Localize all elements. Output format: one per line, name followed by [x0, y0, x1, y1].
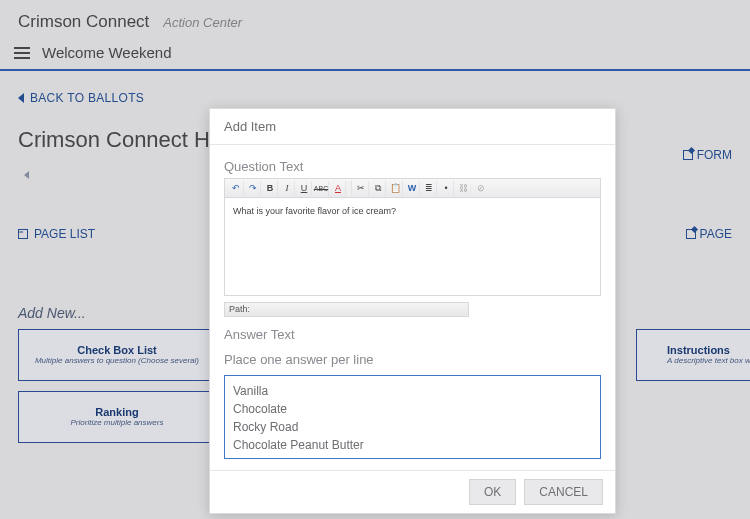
- underline-icon[interactable]: U: [297, 181, 312, 196]
- back-link-label: BACK TO BALLOTS: [30, 91, 144, 105]
- answer-text-input[interactable]: [224, 375, 601, 459]
- menu-icon[interactable]: [14, 47, 30, 59]
- tile-title: Check Box List: [77, 344, 156, 356]
- link-icon[interactable]: ⛓: [456, 181, 471, 196]
- app-name: Crimson Connect: [18, 12, 149, 32]
- modal-title: Add Item: [210, 109, 615, 145]
- strike-icon[interactable]: ABC: [314, 181, 329, 196]
- page-list-label: PAGE LIST: [34, 227, 95, 241]
- tile-title: Instructions: [667, 344, 730, 356]
- tile-subtitle: Prioritize multiple answers: [71, 418, 164, 428]
- tile-checkbox-list[interactable]: Check Box List Multiple answers to quest…: [18, 329, 216, 381]
- separator: [348, 181, 352, 196]
- answer-hint: Place one answer per line: [224, 352, 601, 367]
- org-bar: Welcome Weekend: [0, 36, 750, 71]
- modal-body: Question Text ↶ ↷ B I U ABC A ✂ ⧉ 📋 W ≣ …: [210, 145, 615, 470]
- add-item-modal: Add Item Question Text ↶ ↷ B I U ABC A ✂…: [209, 108, 616, 514]
- cancel-button[interactable]: CANCEL: [524, 479, 603, 505]
- question-text-input[interactable]: What is your favorite flavor of ice crea…: [225, 198, 600, 295]
- question-text-label: Question Text: [224, 159, 601, 174]
- bold-icon[interactable]: B: [263, 181, 278, 196]
- paste-word-icon[interactable]: W: [405, 181, 420, 196]
- redo-icon[interactable]: ↷: [246, 181, 261, 196]
- fontcolor-icon[interactable]: A: [331, 181, 346, 196]
- back-to-ballots-link[interactable]: BACK TO BALLOTS: [18, 91, 732, 105]
- unlink-icon[interactable]: ⊘: [473, 181, 488, 196]
- app-subtitle: Action Center: [163, 15, 242, 30]
- page-properties-link[interactable]: PAGE: [686, 227, 732, 241]
- ordered-list-icon[interactable]: ≣: [422, 181, 437, 196]
- editor-path-bar: Path:: [224, 302, 469, 317]
- org-name[interactable]: Welcome Weekend: [42, 44, 172, 61]
- form-properties-link[interactable]: FORM: [683, 148, 732, 162]
- edit-icon: [686, 229, 696, 239]
- answer-text-label: Answer Text: [224, 327, 601, 342]
- tile-title: Ranking: [95, 406, 138, 418]
- undo-icon[interactable]: ↶: [229, 181, 244, 196]
- modal-footer: OK CANCEL: [210, 470, 615, 513]
- list-icon: [18, 229, 28, 239]
- tile-subtitle: A descriptive text box with: [667, 356, 750, 366]
- italic-icon[interactable]: I: [280, 181, 295, 196]
- tile-subtitle: Multiple answers to question (Choose sev…: [35, 356, 199, 366]
- form-link-label: FORM: [697, 148, 732, 162]
- unordered-list-icon[interactable]: •: [439, 181, 454, 196]
- edit-icon: [683, 150, 693, 160]
- tile-instructions[interactable]: Instructions A descriptive text box with: [636, 329, 750, 381]
- copy-icon[interactable]: ⧉: [371, 181, 386, 196]
- editor-toolbar: ↶ ↷ B I U ABC A ✂ ⧉ 📋 W ≣ • ⛓ ⊘: [225, 179, 600, 198]
- page-list-link[interactable]: PAGE LIST: [18, 227, 95, 241]
- page-link-label: PAGE: [700, 227, 732, 241]
- arrow-left-icon: [18, 93, 24, 103]
- ok-button[interactable]: OK: [469, 479, 516, 505]
- paste-icon[interactable]: 📋: [388, 181, 403, 196]
- app-header: Crimson Connect Action Center: [0, 0, 750, 36]
- back-arrow-icon[interactable]: [24, 171, 29, 179]
- cut-icon[interactable]: ✂: [354, 181, 369, 196]
- rich-text-editor: ↶ ↷ B I U ABC A ✂ ⧉ 📋 W ≣ • ⛓ ⊘ What is …: [224, 178, 601, 296]
- tile-ranking[interactable]: Ranking Prioritize multiple answers: [18, 391, 216, 443]
